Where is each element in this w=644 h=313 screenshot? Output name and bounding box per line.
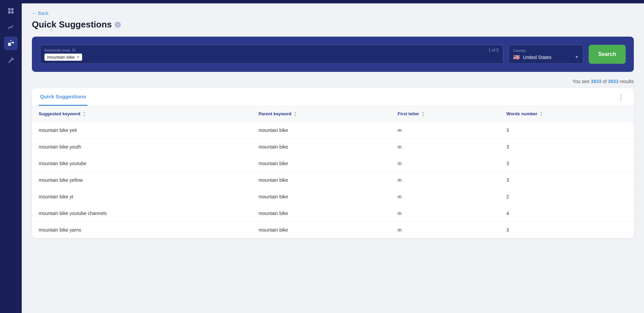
svg-rect-3 xyxy=(11,11,14,14)
sort-arrows-suggested: ▲▼ xyxy=(83,111,86,117)
cell-parent_keyword: mountain bike xyxy=(252,172,391,189)
table-header-bar: Quick Suggestions ⋮ xyxy=(32,88,634,106)
table-row: mountain bike yarnsmountain bikem3 xyxy=(32,222,634,238)
table-row: mountain bike youtube channelsmountain b… xyxy=(32,205,634,222)
search-button[interactable]: Search xyxy=(589,45,626,64)
cell-first_letter: m xyxy=(391,222,500,238)
country-name: United States xyxy=(523,55,552,60)
results-info: You see 3933 of 3933 results xyxy=(32,79,634,84)
tab-quick-suggestions[interactable]: Quick Suggestions xyxy=(39,88,88,106)
keyword-tag-remove[interactable]: × xyxy=(77,55,79,59)
keyword-tag-text: mountain bike xyxy=(47,55,75,60)
keywords-count: 1 of 5 xyxy=(489,48,499,53)
svg-rect-4 xyxy=(8,43,11,46)
cell-parent_keyword: mountain bike xyxy=(252,155,391,172)
keywords-field[interactable]: Keywords (max. 5) 1 of 5 mountain bike × xyxy=(40,45,503,64)
page-title: Quick Suggestions xyxy=(32,19,112,30)
country-display: 🇺🇸 United States xyxy=(513,54,552,60)
top-strip xyxy=(22,0,644,3)
col-suggested-keyword[interactable]: Suggested keyword ▲▼ xyxy=(32,106,252,122)
wrench-icon[interactable] xyxy=(4,53,18,66)
cell-suggested_keyword: mountain bike youtube xyxy=(32,155,252,172)
results-suffix: results xyxy=(619,79,634,84)
more-options-button[interactable]: ⋮ xyxy=(615,92,627,102)
cell-words_number: 2 xyxy=(499,189,634,205)
keywords-label: Keywords (max. 5) xyxy=(44,48,499,52)
sort-arrows-first-letter: ▲▼ xyxy=(422,111,424,117)
info-icon[interactable]: i xyxy=(115,22,121,28)
country-label: Country xyxy=(513,48,579,53)
data-table: Suggested keyword ▲▼ Parent keyword ▲▼ F… xyxy=(32,106,634,238)
cell-suggested_keyword: mountain bike yellow xyxy=(32,172,252,189)
sidebar xyxy=(0,0,22,313)
table-row: mountain bike youtubemountain bikem3 xyxy=(32,155,634,172)
puzzle-icon[interactable] xyxy=(4,37,18,50)
cell-suggested_keyword: mountain bike youtube channels xyxy=(32,205,252,222)
svg-rect-2 xyxy=(8,11,11,14)
results-seen: 3933 xyxy=(591,79,601,84)
cell-parent_keyword: mountain bike xyxy=(252,222,391,238)
cell-suggested_keyword: mountain bike yarns xyxy=(32,222,252,238)
cell-parent_keyword: mountain bike xyxy=(252,189,391,205)
cell-first_letter: m xyxy=(391,189,500,205)
cell-first_letter: m xyxy=(391,139,500,155)
cell-suggested_keyword: mountain bike yeti xyxy=(32,122,252,139)
country-value: 🇺🇸 United States ▼ xyxy=(513,54,579,60)
col-first-letter[interactable]: First letter ▲▼ xyxy=(391,106,500,122)
table-row: mountain bike youthmountain bikem3 xyxy=(32,139,634,155)
sort-arrows-parent: ▲▼ xyxy=(294,111,297,117)
sort-arrows-words-number: ▲▼ xyxy=(540,111,543,117)
col-words-number[interactable]: Words number ▲▼ xyxy=(499,106,634,122)
chart-icon[interactable] xyxy=(4,20,18,34)
table-head: Suggested keyword ▲▼ Parent keyword ▲▼ F… xyxy=(32,106,634,122)
chevron-down-icon: ▼ xyxy=(575,55,579,59)
cell-words_number: 3 xyxy=(499,139,634,155)
page-content: ← Back Quick Suggestions i Keywords (max… xyxy=(22,3,644,313)
cell-parent_keyword: mountain bike xyxy=(252,205,391,222)
svg-rect-0 xyxy=(8,8,11,11)
svg-rect-1 xyxy=(11,8,14,11)
table-row: mountain bike yellowmountain bikem3 xyxy=(32,172,634,189)
cell-parent_keyword: mountain bike xyxy=(252,122,391,139)
table-card: Quick Suggestions ⋮ Suggested keyword ▲▼… xyxy=(32,88,634,238)
col-parent-keyword[interactable]: Parent keyword ▲▼ xyxy=(252,106,391,122)
cell-words_number: 3 xyxy=(499,222,634,238)
keyword-tag: mountain bike × xyxy=(44,54,82,61)
cell-suggested_keyword: mountain bike yt xyxy=(32,189,252,205)
results-prefix: You see xyxy=(572,79,591,84)
cell-words_number: 3 xyxy=(499,172,634,189)
cell-parent_keyword: mountain bike xyxy=(252,139,391,155)
cell-words_number: 3 xyxy=(499,155,634,172)
cell-suggested_keyword: mountain bike youth xyxy=(32,139,252,155)
country-field[interactable]: Country 🇺🇸 United States ▼ xyxy=(509,45,583,64)
table-header-row: Suggested keyword ▲▼ Parent keyword ▲▼ F… xyxy=(32,106,634,122)
cell-first_letter: m xyxy=(391,172,500,189)
cell-first_letter: m xyxy=(391,205,500,222)
table-row: mountain bike ytmountain bikem2 xyxy=(32,189,634,205)
page-title-row: Quick Suggestions i xyxy=(32,19,634,30)
results-middle: of xyxy=(601,79,608,84)
main-content: ← Back Quick Suggestions i Keywords (max… xyxy=(22,0,644,313)
cell-words_number: 4 xyxy=(499,205,634,222)
table-row: mountain bike yetimountain bikem3 xyxy=(32,122,634,139)
back-link[interactable]: ← Back xyxy=(32,11,49,16)
cell-first_letter: m xyxy=(391,155,500,172)
grid-icon[interactable] xyxy=(4,4,18,18)
keywords-tags: mountain bike × xyxy=(44,54,499,61)
search-panel: Keywords (max. 5) 1 of 5 mountain bike ×… xyxy=(32,37,634,72)
table-body: mountain bike yetimountain bikem3mountai… xyxy=(32,122,634,238)
cell-words_number: 3 xyxy=(499,122,634,139)
cell-first_letter: m xyxy=(391,122,500,139)
results-total: 3933 xyxy=(608,79,619,84)
country-flag: 🇺🇸 xyxy=(513,54,520,60)
